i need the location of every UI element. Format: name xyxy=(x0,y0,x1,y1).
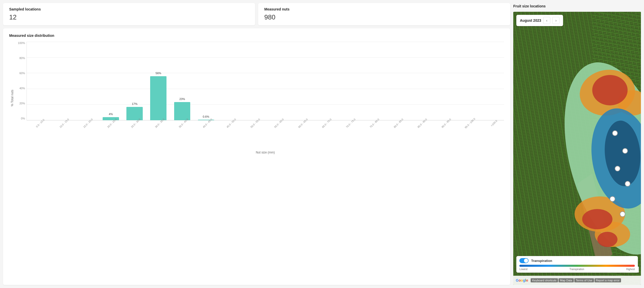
measured-value: 980 xyxy=(264,13,504,21)
bar-group xyxy=(218,42,241,120)
date-nav: August 2023 ‹ › xyxy=(516,15,563,26)
bar-group: 23% xyxy=(171,42,194,120)
bar-label: 17% xyxy=(132,102,137,105)
report-error-link[interactable]: Report a map error xyxy=(594,278,621,282)
svg-point-15 xyxy=(597,232,617,247)
svg-point-23 xyxy=(620,212,625,217)
y-tick: 60% xyxy=(16,72,27,75)
bar-group xyxy=(337,42,360,120)
bar-group xyxy=(361,42,384,120)
date-nav-title: August 2023 xyxy=(520,18,541,23)
legend-lowest: Lowest xyxy=(519,268,528,271)
y-tick: 20% xyxy=(16,102,27,105)
y-axis-label: % Total nuts xyxy=(9,42,15,154)
svg-point-21 xyxy=(625,181,630,186)
y-ticks-and-bars: 0%20%40%60%80%100% 4%17%56%23%0.6% xyxy=(16,42,504,120)
bar-group xyxy=(432,42,456,120)
bar-group xyxy=(290,42,313,120)
bar-group xyxy=(75,42,99,120)
bars-area: 4%17%56%23%0.6% xyxy=(27,42,504,120)
bar-group: 56% xyxy=(147,42,170,120)
x-axis-label: Nut size (mm) xyxy=(16,151,504,154)
svg-point-18 xyxy=(612,131,617,136)
fruit-zone-overlay xyxy=(513,12,641,285)
legend-toggle-row: Transpiration xyxy=(519,258,635,263)
y-tick: 40% xyxy=(16,87,27,90)
legend-bar: Transpiration Lowest Transpiration Highe… xyxy=(516,256,638,273)
bar-group xyxy=(313,42,337,120)
y-tick: 100% xyxy=(16,42,27,45)
left-panel: Sampled locations 12 Measured nuts 980 M… xyxy=(3,3,510,285)
grid-and-bars: 4%17%56%23%0.6% xyxy=(27,42,504,120)
keyboard-shortcuts-link[interactable]: Keyboard shortcuts xyxy=(531,278,558,282)
sampled-title: Sampled locations xyxy=(9,7,249,11)
bar-group: 0.6% xyxy=(194,42,218,120)
map-data-link[interactable]: Map Data xyxy=(558,278,574,282)
terms-of-use-link[interactable]: Terms of Use xyxy=(574,278,594,282)
sampled-value: 12 xyxy=(9,13,249,21)
legend-gradient xyxy=(519,265,635,267)
svg-point-14 xyxy=(582,209,613,229)
date-prev-button[interactable]: ‹ xyxy=(543,17,550,24)
bar-label: 23% xyxy=(179,97,185,101)
y-tick: 0% xyxy=(16,117,27,120)
chart-area: 0%20%40%60%80%100% 4%17%56%23%0.6% 0.0 -… xyxy=(16,42,504,154)
bar-group xyxy=(456,42,479,120)
bar-group xyxy=(480,42,503,120)
map-section-title: Fruit size locations xyxy=(513,3,641,9)
legend-middle: Transpiration xyxy=(569,268,584,271)
legend-toggle-switch[interactable] xyxy=(519,258,529,263)
bars-row: 4%17%56%23%0.6% xyxy=(27,42,504,120)
right-panel: Fruit size locations xyxy=(513,3,641,285)
bar-group xyxy=(242,42,265,120)
bar-label: 0.6% xyxy=(203,115,209,118)
measured-nuts-card: Measured nuts 980 xyxy=(258,3,510,25)
svg-point-13 xyxy=(592,75,627,105)
google-footer: Google Keyboard shortcuts Map Data Terms… xyxy=(513,276,641,285)
bar-group xyxy=(385,42,408,120)
svg-point-20 xyxy=(615,166,620,171)
bar-group: 4% xyxy=(99,42,122,120)
bar-group xyxy=(409,42,432,120)
legend-name: Transpiration xyxy=(531,259,552,263)
chart-inner: % Total nuts 0%20%40%60%80%100% 4%17%56%… xyxy=(9,42,504,154)
chart-title: Measured size distribution xyxy=(9,34,504,38)
legend-labels: Lowest Transpiration Highest xyxy=(519,268,635,271)
svg-point-19 xyxy=(623,148,628,153)
google-logo: Google xyxy=(513,278,531,282)
chart-card: Measured size distribution % Total nuts … xyxy=(3,28,510,285)
bar-label: 56% xyxy=(156,72,161,75)
bar: 56% xyxy=(150,76,166,120)
chart-container: % Total nuts 0%20%40%60%80%100% 4%17%56%… xyxy=(9,42,504,154)
measured-title: Measured nuts xyxy=(264,7,504,11)
map-wrapper: August 2023 ‹ › + Transpiration Lowest T… xyxy=(513,12,641,285)
svg-point-22 xyxy=(610,196,615,202)
bar-group xyxy=(28,42,51,120)
legend-highest: Highest xyxy=(626,268,635,271)
stats-row: Sampled locations 12 Measured nuts 980 xyxy=(3,3,510,25)
bar-group: 17% xyxy=(123,42,146,120)
bar-label: 4% xyxy=(109,113,113,116)
sampled-locations-card: Sampled locations 12 xyxy=(3,3,255,25)
bar-group xyxy=(266,42,289,120)
date-next-button[interactable]: › xyxy=(552,17,559,24)
y-tick: 80% xyxy=(16,57,27,60)
x-axis: 0.0 - 10.010.0 - 15.015.0 - 20.020.0 - 2… xyxy=(16,121,504,137)
y-ticks: 0%20%40%60%80%100% xyxy=(16,42,27,120)
bar-group xyxy=(52,42,75,120)
